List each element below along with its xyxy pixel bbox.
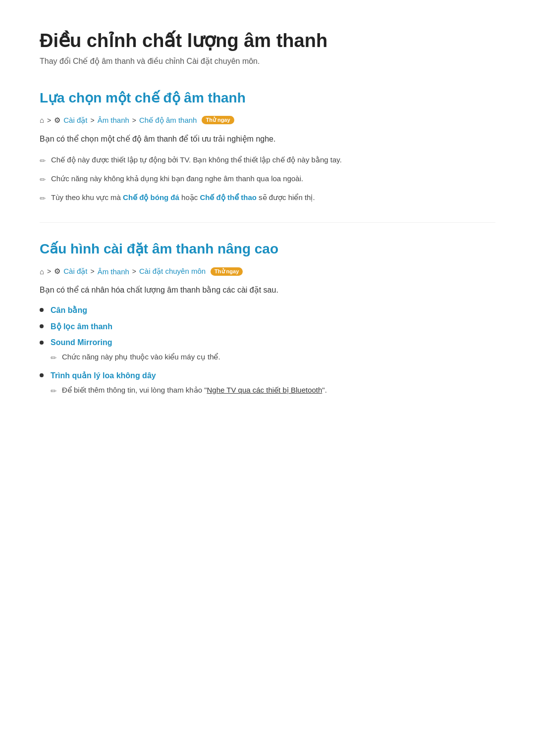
pencil-icon-sm: ✏ (51, 352, 57, 364)
breadcrumb2-current: Cài đặt chuyên môn (139, 267, 206, 276)
section1-desc: Bạn có thể chọn một chế độ âm thanh để t… (40, 133, 495, 146)
gear-icon: ⚙ (54, 116, 60, 125)
home-icon-2: ⌂ (40, 267, 44, 276)
note-text-1: Chế độ này được thiết lập tự động bởi TV… (51, 154, 342, 166)
page-subtitle: Thay đổi Chế độ âm thanh và điều chỉnh C… (40, 56, 495, 66)
wireless-manager-label: Trình quản lý loa không dây (51, 371, 156, 380)
separator2-3: > (132, 267, 136, 275)
section2-desc: Bạn có thể cá nhân hóa chất lượng âm tha… (40, 284, 495, 297)
breadcrumb-settings[interactable]: Cài đặt (63, 116, 87, 125)
note-item-1: ✏ Chế độ này được thiết lập tự động bởi … (40, 154, 495, 167)
note-item-2: ✏ Chức năng này không khả dụng khi bạn đ… (40, 173, 495, 186)
wireless-manager-note-text: Để biết thêm thông tin, vui lòng tham kh… (62, 384, 327, 396)
pencil-icon-2: ✏ (40, 174, 46, 186)
section2-title: Cấu hình cài đặt âm thanh nâng cao (40, 241, 495, 257)
pencil-icon-1: ✏ (40, 155, 46, 167)
sound-mirroring-label: Sound Mirroring (51, 338, 112, 347)
note-text-3: Tùy theo khu vực mà Chế độ bóng đá hoặc … (51, 192, 315, 203)
bullet-item-bo-loc: Bộ lọc âm thanh (40, 322, 495, 331)
sound-mirroring-note-text: Chức năng này phụ thuộc vào kiểu máy cụ … (62, 351, 220, 363)
bullet-item-wireless-manager: Trình quản lý loa không dây ✏ Để biết th… (40, 371, 495, 397)
section2-items: Cân bằng Bộ lọc âm thanh Sound Mirroring… (40, 305, 495, 397)
home-icon: ⌂ (40, 116, 44, 124)
bullet-dot-1 (40, 308, 44, 312)
bullet-dot-4 (40, 373, 44, 377)
breadcrumb-section2: ⌂ > ⚙ Cài đặt > Âm thanh > Cài đặt chuyê… (40, 267, 495, 276)
breadcrumb2-settings[interactable]: Cài đặt (63, 267, 87, 276)
breadcrumb-section1: ⌂ > ⚙ Cài đặt > Âm thanh > Chế độ âm tha… (40, 116, 495, 125)
pencil-icon-3: ✏ (40, 193, 46, 204)
separator3: > (132, 116, 136, 124)
bluetooth-link[interactable]: Nghe TV qua các thiết bị Bluetooth (207, 386, 322, 394)
sound-mirroring-note: ✏ Chức năng này phụ thuộc vào kiểu máy c… (51, 351, 495, 364)
che-do-bong-da-link[interactable]: Chế độ bóng đá (123, 193, 179, 202)
bo-loc-label: Bộ lọc âm thanh (51, 322, 112, 331)
try-badge-1: Thử ngay (202, 116, 234, 124)
gear-icon-2: ⚙ (54, 267, 60, 276)
bullet-item-sound-mirroring: Sound Mirroring ✏ Chức năng này phụ thuộ… (40, 338, 495, 364)
section1-notes: ✏ Chế độ này được thiết lập tự động bởi … (40, 154, 495, 204)
section1-title: Lựa chọn một chế độ âm thanh (40, 90, 495, 106)
can-bang-label: Cân bằng (51, 305, 87, 315)
bullet-dot-2 (40, 324, 44, 328)
page-title: Điều chỉnh chất lượng âm thanh (40, 30, 495, 52)
breadcrumb2-audio[interactable]: Âm thanh (98, 267, 129, 276)
breadcrumb-current: Chế độ âm thanh (139, 116, 197, 125)
separator1: > (47, 116, 51, 124)
separator2: > (90, 116, 94, 124)
note-item-3: ✏ Tùy theo khu vực mà Chế độ bóng đá hoặ… (40, 192, 495, 204)
pencil-icon-wm: ✏ (51, 385, 57, 397)
breadcrumb-audio[interactable]: Âm thanh (98, 116, 129, 124)
separator2-2: > (90, 267, 94, 275)
separator2-1: > (47, 267, 51, 275)
bullet-dot-3 (40, 341, 44, 345)
note-text-2: Chức năng này không khả dụng khi bạn đan… (51, 173, 303, 185)
section-divider (40, 222, 495, 223)
wireless-manager-note: ✏ Để biết thêm thông tin, vui lòng tham … (51, 384, 495, 397)
try-badge-2: Thử ngay (211, 267, 243, 276)
bullet-item-can-bang: Cân bằng (40, 305, 495, 315)
che-do-the-thao-link[interactable]: Chế độ thể thao (200, 193, 256, 202)
